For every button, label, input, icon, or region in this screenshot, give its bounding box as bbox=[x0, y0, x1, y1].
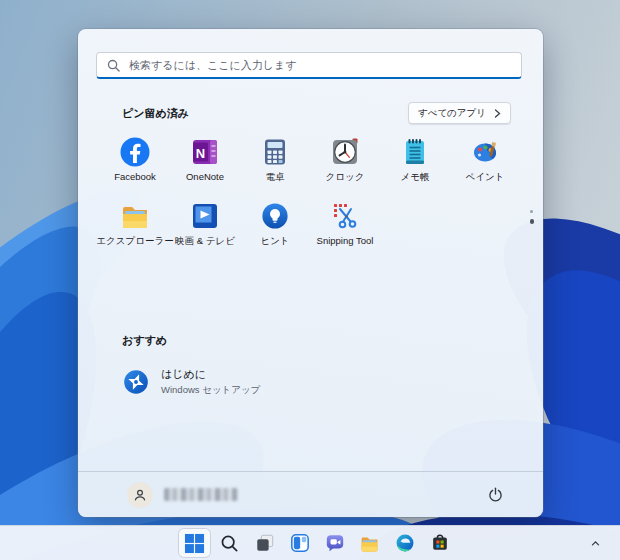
pinned-app-calculator[interactable]: 電卓 bbox=[240, 131, 310, 195]
person-icon bbox=[132, 487, 148, 503]
pinned-app-grid: Facebook N OneNote bbox=[100, 131, 522, 259]
desktop: 検索するには、ここに入力します ピン留め済み すべてのアプリ Facebook bbox=[0, 0, 620, 560]
task-view-button[interactable] bbox=[249, 529, 280, 557]
taskbar-icons bbox=[179, 529, 455, 557]
svg-text:N: N bbox=[196, 146, 205, 161]
file-explorer-icon bbox=[119, 200, 151, 232]
pinned-app-onenote[interactable]: N OneNote bbox=[170, 131, 240, 195]
recommended-section-title: おすすめ bbox=[122, 333, 167, 348]
onenote-icon: N bbox=[189, 136, 221, 168]
get-started-icon bbox=[122, 368, 150, 396]
widgets-button[interactable] bbox=[284, 529, 315, 557]
power-button[interactable] bbox=[481, 481, 509, 509]
pinned-app-label: ペイント bbox=[466, 171, 505, 184]
page-dot-2-current[interactable] bbox=[530, 219, 535, 224]
search-input[interactable]: 検索するには、ここに入力します bbox=[96, 52, 522, 79]
widgets-icon bbox=[290, 533, 310, 553]
pinned-app-notepad[interactable]: メモ帳 bbox=[380, 131, 450, 195]
search-placeholder: 検索するには、ここに入力します bbox=[129, 58, 297, 73]
calculator-icon bbox=[259, 136, 291, 168]
notepad-icon bbox=[399, 136, 431, 168]
all-apps-button[interactable]: すべてのアプリ bbox=[408, 102, 511, 124]
recommended-item-get-started[interactable]: はじめに Windows セットアップ bbox=[118, 360, 352, 404]
chevron-right-icon bbox=[494, 109, 501, 118]
search-icon bbox=[220, 534, 239, 553]
clock-icon bbox=[329, 136, 361, 168]
start-button[interactable] bbox=[179, 529, 210, 557]
page-dot-1[interactable] bbox=[530, 210, 533, 213]
snipping-tool-icon bbox=[329, 200, 361, 232]
user-account-button[interactable] bbox=[124, 479, 244, 511]
store-icon bbox=[430, 533, 450, 553]
pinned-app-explorer[interactable]: エクスプローラー bbox=[100, 195, 170, 259]
recommended-item-title: はじめに bbox=[161, 367, 261, 382]
pinned-app-tips[interactable]: ヒント bbox=[240, 195, 310, 259]
task-view-icon bbox=[255, 533, 275, 553]
start-menu-panel: 検索するには、ここに入力します ピン留め済み すべてのアプリ Facebook bbox=[78, 29, 543, 517]
taskbar bbox=[0, 525, 620, 560]
show-hidden-icons-button[interactable] bbox=[584, 533, 606, 553]
chevron-up-icon bbox=[589, 537, 602, 549]
all-apps-label: すべてのアプリ bbox=[418, 107, 486, 120]
pinned-app-label: ヒント bbox=[260, 235, 289, 248]
search-icon bbox=[107, 59, 120, 72]
pinned-app-snipping-tool[interactable]: Snipping Tool bbox=[310, 195, 380, 259]
file-explorer-icon bbox=[359, 533, 380, 554]
chat-button[interactable] bbox=[319, 529, 350, 557]
pinned-app-label: 映画 & テレビ bbox=[175, 235, 235, 248]
pinned-section-title: ピン留め済み bbox=[122, 106, 189, 121]
power-icon bbox=[487, 486, 504, 503]
start-menu-footer bbox=[78, 471, 543, 517]
paint-icon bbox=[469, 136, 501, 168]
edge-icon bbox=[395, 533, 415, 553]
pinned-app-movies-tv[interactable]: 映画 & テレビ bbox=[170, 195, 240, 259]
pinned-app-label: Snipping Tool bbox=[317, 235, 374, 246]
pinned-app-clock[interactable]: クロック bbox=[310, 131, 380, 195]
pinned-app-label: メモ帳 bbox=[401, 171, 430, 184]
pinned-app-label: エクスプローラー bbox=[96, 235, 173, 248]
pinned-app-label: 電卓 bbox=[266, 171, 285, 184]
pinned-app-facebook[interactable]: Facebook bbox=[100, 131, 170, 195]
recommended-item-text: はじめに Windows セットアップ bbox=[161, 367, 261, 397]
file-explorer-button[interactable] bbox=[354, 529, 385, 557]
start-icon bbox=[184, 533, 205, 554]
recommended-item-subtitle: Windows セットアップ bbox=[161, 384, 261, 397]
store-button[interactable] bbox=[424, 529, 455, 557]
pinned-app-label: OneNote bbox=[186, 171, 224, 182]
pinned-app-label: クロック bbox=[326, 171, 365, 184]
avatar bbox=[127, 482, 153, 508]
edge-button[interactable] bbox=[389, 529, 420, 557]
chat-icon bbox=[325, 533, 345, 553]
movies-tv-icon bbox=[189, 200, 221, 232]
taskbar-search-button[interactable] bbox=[214, 529, 245, 557]
pinned-pagination[interactable] bbox=[530, 210, 535, 224]
facebook-icon bbox=[119, 136, 151, 168]
pinned-app-label: Facebook bbox=[114, 171, 156, 182]
tips-icon bbox=[259, 200, 291, 232]
pinned-app-paint[interactable]: ペイント bbox=[450, 131, 520, 195]
user-name-redacted bbox=[164, 488, 238, 501]
